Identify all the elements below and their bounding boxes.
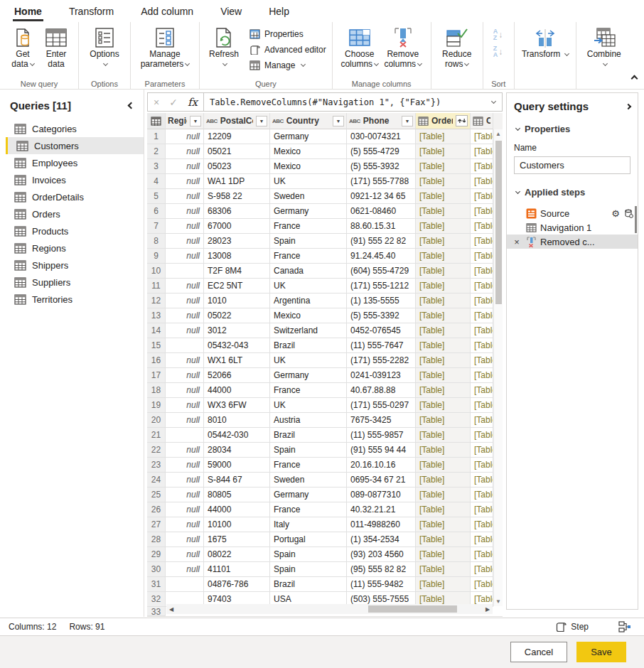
- cell[interactable]: null: [166, 234, 204, 249]
- row-number[interactable]: 17: [147, 368, 166, 383]
- cell[interactable]: Germany: [270, 204, 347, 219]
- cell[interactable]: null: [166, 502, 204, 517]
- cell[interactable]: [Table]: [416, 234, 471, 249]
- cell[interactable]: 10100: [204, 517, 270, 532]
- cell[interactable]: Brazil: [270, 428, 347, 443]
- cell[interactable]: 089-0877310: [347, 487, 416, 502]
- cell[interactable]: Brazil: [270, 338, 347, 353]
- delete-step-icon[interactable]: ×: [511, 237, 522, 247]
- cell[interactable]: [Table]: [416, 383, 471, 398]
- cell[interactable]: France: [270, 249, 347, 264]
- cell[interactable]: [Table]: [471, 249, 493, 264]
- row-number[interactable]: 25: [147, 487, 166, 502]
- cell[interactable]: [Table]: [416, 443, 471, 458]
- cell[interactable]: 40.67.88.88: [347, 383, 416, 398]
- filter-dropdown-icon[interactable]: ▼: [256, 116, 267, 126]
- cell[interactable]: 030-0074321: [347, 129, 416, 144]
- cell[interactable]: [Table]: [471, 413, 493, 428]
- cell[interactable]: [Table]: [416, 308, 471, 323]
- cell[interactable]: (5) 555-4729: [347, 144, 416, 159]
- cell[interactable]: null: [166, 129, 204, 144]
- cell[interactable]: 08022: [204, 547, 270, 562]
- sidebar-item-employees[interactable]: Employees: [0, 154, 144, 171]
- cell[interactable]: [Table]: [416, 204, 471, 219]
- cell[interactable]: null: [166, 144, 204, 159]
- cell[interactable]: Germany: [270, 487, 347, 502]
- cell[interactable]: EC2 5NT: [204, 279, 270, 293]
- row-number[interactable]: 18: [147, 383, 166, 398]
- transform-button[interactable]: Transform: [522, 26, 569, 59]
- cell[interactable]: 88.60.15.31: [347, 219, 416, 234]
- sort-descending-button[interactable]: ZA↓: [493, 45, 503, 58]
- cell[interactable]: [Table]: [416, 577, 471, 592]
- gear-icon[interactable]: ⚙: [611, 208, 620, 219]
- cell[interactable]: [166, 577, 204, 592]
- row-number[interactable]: 30: [147, 562, 166, 577]
- cell[interactable]: Canada: [270, 264, 347, 279]
- cell[interactable]: [166, 428, 204, 443]
- cell[interactable]: [Table]: [471, 279, 493, 293]
- menu-tab-home[interactable]: Home: [13, 3, 43, 20]
- row-number[interactable]: 29: [147, 547, 166, 562]
- cell[interactable]: [Table]: [416, 547, 471, 562]
- cell[interactable]: [Table]: [471, 144, 493, 159]
- cell[interactable]: Spain: [270, 547, 347, 562]
- enter-data-button[interactable]: Enter data: [41, 26, 71, 69]
- cell[interactable]: null: [166, 413, 204, 428]
- data-source-icon[interactable]: [624, 209, 633, 218]
- row-number[interactable]: 33: [147, 607, 166, 616]
- cell[interactable]: (11) 555-9857: [347, 428, 416, 443]
- cell[interactable]: WX3 6FW: [204, 398, 270, 413]
- cell[interactable]: [Table]: [471, 368, 493, 383]
- cell[interactable]: UK: [270, 279, 347, 293]
- sidebar-item-categories[interactable]: Categories: [0, 120, 144, 137]
- row-number[interactable]: 3: [147, 159, 166, 174]
- options-button[interactable]: Options: [86, 26, 123, 69]
- cell[interactable]: 05442-030: [204, 428, 270, 443]
- cell[interactable]: Italy: [270, 517, 347, 532]
- refresh-button[interactable]: Refresh: [207, 26, 241, 69]
- cell[interactable]: null: [166, 547, 204, 562]
- cell[interactable]: 91.24.45.40: [347, 249, 416, 264]
- cell[interactable]: Spain: [270, 443, 347, 458]
- cell[interactable]: null: [166, 279, 204, 293]
- row-number[interactable]: 32: [147, 592, 166, 607]
- cell[interactable]: 44000: [204, 383, 270, 398]
- cell[interactable]: [Table]: [471, 383, 493, 398]
- menu-tab-help[interactable]: Help: [267, 3, 291, 20]
- properties-button[interactable]: Properties: [249, 28, 326, 40]
- cell[interactable]: [Table]: [471, 443, 493, 458]
- cell[interactable]: null: [166, 383, 204, 398]
- cell[interactable]: null: [166, 443, 204, 458]
- cell[interactable]: [Table]: [471, 204, 493, 219]
- row-number[interactable]: 6: [147, 204, 166, 219]
- cell[interactable]: [Table]: [416, 413, 471, 428]
- cell[interactable]: 44000: [204, 502, 270, 517]
- cell[interactable]: [Table]: [416, 368, 471, 383]
- row-number[interactable]: 13: [147, 308, 166, 323]
- cell[interactable]: 13008: [204, 249, 270, 264]
- cell[interactable]: 8010: [204, 413, 270, 428]
- row-number[interactable]: 11: [147, 279, 166, 293]
- cell[interactable]: null: [166, 159, 204, 174]
- cell[interactable]: [Table]: [416, 473, 471, 487]
- cell[interactable]: null: [166, 189, 204, 204]
- cell[interactable]: 28023: [204, 234, 270, 249]
- cell[interactable]: [Table]: [416, 144, 471, 159]
- row-number[interactable]: 31: [147, 577, 166, 592]
- cell[interactable]: [Table]: [471, 234, 493, 249]
- cell[interactable]: null: [166, 368, 204, 383]
- cell[interactable]: Mexico: [270, 308, 347, 323]
- remove-columns-button[interactable]: Remove columns: [382, 26, 424, 69]
- cell[interactable]: null: [166, 293, 204, 308]
- cell[interactable]: null: [166, 204, 204, 219]
- cell[interactable]: Sweden: [270, 189, 347, 204]
- applied-step-navigation-1[interactable]: Navigation 1: [507, 220, 638, 235]
- cell[interactable]: [Table]: [416, 353, 471, 368]
- scroll-down-icon[interactable]: ▼: [494, 598, 503, 605]
- cell[interactable]: 05432-043: [204, 338, 270, 353]
- cell[interactable]: (1) 135-5555: [347, 293, 416, 308]
- cell[interactable]: Mexico: [270, 159, 347, 174]
- cell[interactable]: null: [166, 532, 204, 547]
- cell[interactable]: 28034: [204, 443, 270, 458]
